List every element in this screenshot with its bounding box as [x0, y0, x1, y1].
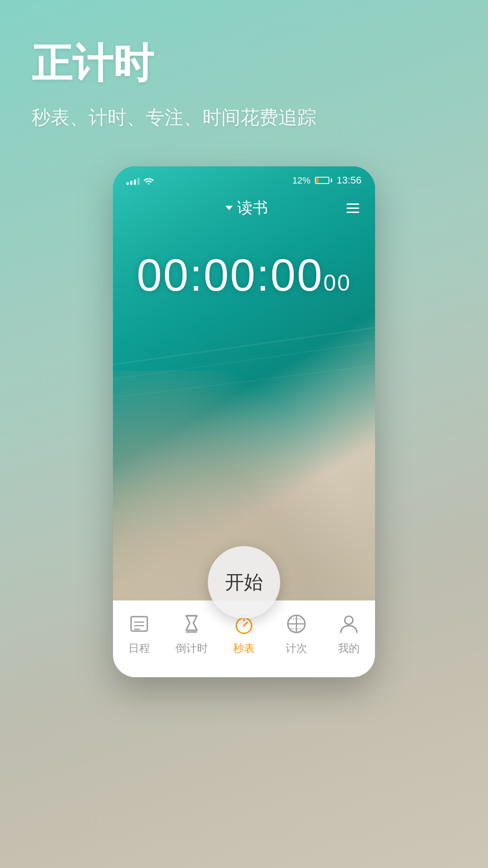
battery-percent: 12% [292, 175, 310, 186]
nav-item-stopwatch[interactable]: 秒表 [218, 612, 270, 656]
person-icon [337, 612, 361, 636]
dropdown-arrow-icon [225, 206, 233, 210]
timer-time: 00:00:0000 [122, 252, 366, 297]
category-label: 读书 [237, 198, 268, 218]
page-subtitle: 秒表、计时、专注、时间花费追踪 [32, 105, 456, 130]
wifi-icon [143, 176, 154, 184]
status-bar: 12% 13:56 [113, 166, 375, 191]
timer-display: 00:00:0000 [113, 225, 375, 316]
clock-time: 13:56 [337, 175, 361, 186]
grid-icon [285, 612, 308, 636]
schedule-icon [127, 612, 151, 636]
hourglass-icon [180, 612, 203, 636]
page-title: 正计时 [32, 36, 456, 91]
menu-line-icon [347, 208, 359, 209]
nav-item-schedule[interactable]: 日程 [113, 612, 165, 656]
nav-item-countdown[interactable]: 倒计时 [165, 612, 218, 656]
svg-point-0 [148, 183, 150, 184]
phone-toolbar: 读书 [113, 191, 375, 225]
battery-icon [315, 177, 332, 184]
nav-label-count: 计次 [286, 641, 307, 656]
nav-item-count[interactable]: 计次 [270, 612, 323, 656]
category-selector[interactable]: 读书 [225, 198, 268, 218]
nav-label-stopwatch: 秒表 [233, 641, 255, 656]
nav-label-mine: 我的 [338, 641, 360, 656]
phone-mockup: 12% 13:56 读书 [113, 166, 375, 677]
menu-line-icon [347, 203, 359, 205]
start-button[interactable]: 开始 [208, 546, 280, 618]
menu-line-icon [347, 212, 359, 213]
nav-label-countdown: 倒计时 [175, 641, 208, 656]
nav-label-schedule: 日程 [128, 641, 150, 656]
svg-point-17 [345, 616, 353, 624]
nav-item-mine[interactable]: 我的 [323, 612, 375, 656]
menu-button[interactable] [347, 203, 359, 213]
start-button-wrapper: 开始 [208, 546, 280, 618]
signal-icon [127, 176, 140, 185]
svg-point-11 [243, 625, 245, 627]
